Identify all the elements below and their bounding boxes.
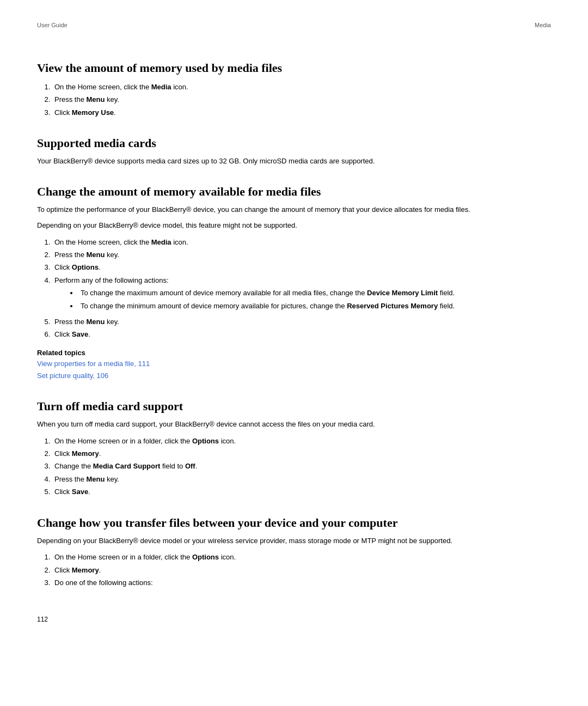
bold-text: Menu [87,475,105,483]
bold-text: Menu [87,318,105,326]
section-intro-change-memory: To optimize the performance of your Blac… [37,204,551,216]
bullet-list-change-memory: To change the maximum amount of device m… [78,287,551,312]
list-item: Press the Menu key. [52,473,551,485]
section-heading-supported-cards: Supported media cards [37,136,551,150]
bold-text: Off [185,462,195,470]
section-view-memory: View the amount of memory used by media … [37,61,551,119]
header-right: Media [535,22,551,28]
page: User Guide Media View the amount of memo… [0,0,588,640]
list-item: Press the Menu key. [52,248,551,261]
steps-change-memory: On the Home screen, click the Media icon… [52,236,551,341]
list-item: Click Memory. [52,447,551,460]
bold-text: Reserved Pictures Memory [347,302,438,310]
section-change-memory: Change the amount of memory available fo… [37,185,551,382]
section-intro-turn-off-card: When you turn off media card support, yo… [37,419,551,430]
bold-text: Memory [72,566,99,574]
section-change-transfer: Change how you transfer files between yo… [37,516,551,589]
list-item: Click Save. [52,485,551,498]
list-item: Do one of the following actions: [52,576,551,589]
list-item: Click Memory Use. [52,106,551,119]
bold-text: Media [151,238,171,246]
list-item: Press the Menu key. [52,93,551,106]
page-number: 112 [37,616,48,623]
bold-text: Options [72,263,99,271]
steps-turn-off-card: On the Home screen or in a folder, click… [52,435,551,498]
bold-text: Memory [72,449,99,458]
related-topics-label: Related topics [37,349,551,357]
list-item: Change the Media Card Support field to O… [52,460,551,472]
steps-view-memory: On the Home screen, click the Media icon… [52,81,551,119]
bold-text: Options [192,553,219,561]
bold-text: Save [72,488,88,496]
list-item: Click Save. [52,328,551,340]
bold-text: Media Card Support [93,462,161,470]
section-turn-off-card: Turn off media card support When you tur… [37,399,551,498]
list-item: On the Home screen or in a folder, click… [52,551,551,563]
list-item: On the Home screen or in a folder, click… [52,435,551,447]
section-heading-change-transfer: Change how you transfer files between yo… [37,516,551,530]
list-item: To change the minimum amount of device m… [78,300,551,312]
list-item: Click Options. [52,261,551,273]
header-left: User Guide [37,22,68,28]
page-header: User Guide Media [37,22,551,28]
related-topics-change-memory: Related topics View properties for a med… [37,349,551,382]
list-item: To change the maximum amount of device m… [78,287,551,299]
bold-text: Media [151,83,171,91]
page-footer: 112 [37,616,48,623]
bold-text: Menu [87,95,105,104]
list-item: Perform any of the following actions: To… [52,274,551,312]
bold-text: Save [72,330,88,338]
section-heading-view-memory: View the amount of memory used by media … [37,61,551,75]
list-item: On the Home screen, click the Media icon… [52,236,551,248]
list-item: Press the Menu key. [52,315,551,328]
list-item: Click Memory. [52,564,551,576]
bold-text: Device Memory Limit [367,289,438,297]
bold-text: Options [192,437,219,445]
related-link-view-properties[interactable]: View properties for a media file, 111 [37,358,551,370]
steps-change-transfer: On the Home screen or in a folder, click… [52,551,551,589]
section-intro-supported-cards: Your BlackBerry® device supports media c… [37,156,551,167]
bold-text: Memory Use [72,108,114,117]
related-link-set-picture-quality[interactable]: Set picture quality, 106 [37,370,551,382]
section-note-change-memory: Depending on your BlackBerry® device mod… [37,220,551,232]
section-heading-change-memory: Change the amount of memory available fo… [37,185,551,199]
bold-text: Menu [87,251,105,259]
section-supported-cards: Supported media cards Your BlackBerry® d… [37,136,551,167]
section-heading-turn-off-card: Turn off media card support [37,399,551,413]
list-item: On the Home screen, click the Media icon… [52,81,551,93]
section-intro-change-transfer: Depending on your BlackBerry® device mod… [37,535,551,547]
